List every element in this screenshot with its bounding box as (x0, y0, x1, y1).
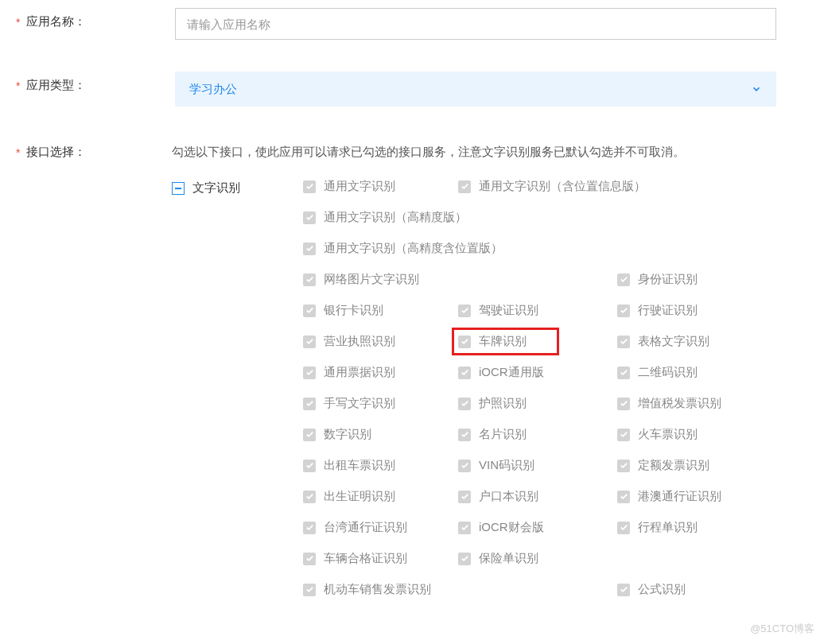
api-label: 通用文字识别 (324, 179, 395, 194)
checkbox-icon[interactable] (458, 522, 471, 534)
checkbox-icon[interactable] (458, 367, 471, 379)
api-label: 通用票据识别 (324, 365, 395, 380)
api-label: iOCR财会版 (479, 520, 544, 535)
app-type-value: 学习办公 (189, 82, 237, 97)
checkbox-icon[interactable] (303, 211, 316, 224)
checkbox-icon[interactable] (617, 336, 630, 348)
api-label: 行程单识别 (638, 520, 698, 535)
checkbox-icon[interactable] (303, 553, 316, 565)
api-label: 台湾通行证识别 (324, 520, 407, 535)
api-label: 车辆合格证识别 (324, 551, 407, 566)
api-label: 行驶证识别 (638, 303, 698, 318)
api-label: 火车票识别 (638, 427, 698, 442)
app-type-label: 应用类型： (26, 78, 86, 93)
api-label: 通用文字识别（含位置信息版） (479, 179, 646, 194)
api-label: 机动车销售发票识别 (324, 582, 431, 597)
api-label: 银行卡识别 (324, 303, 383, 318)
checkbox-icon[interactable] (617, 491, 630, 503)
checkbox-icon[interactable] (458, 180, 471, 193)
checkbox-icon[interactable] (617, 274, 630, 286)
checkbox-icon[interactable] (303, 491, 316, 503)
checkbox-icon[interactable] (303, 274, 316, 286)
chevron-down-icon (751, 83, 762, 95)
api-label: 表格文字识别 (638, 334, 709, 349)
api-label: iOCR通用版 (479, 365, 544, 380)
api-label: 定额发票识别 (638, 458, 709, 473)
checkbox-icon[interactable] (617, 398, 630, 410)
app-name-input[interactable] (175, 8, 776, 40)
api-label: VIN码识别 (479, 458, 534, 473)
api-label: 营业执照识别 (324, 334, 395, 349)
api-select-description: 勾选以下接口，使此应用可以请求已勾选的接口服务，注意文字识别服务已默认勾选并不可… (172, 138, 776, 165)
api-label: 港澳通行证识别 (638, 489, 721, 504)
checkbox-icon[interactable] (617, 305, 630, 317)
required-marker: * (16, 16, 20, 29)
api-label: 车牌识别 (479, 334, 527, 349)
api-label: 通用文字识别（高精度版） (324, 210, 467, 225)
checkbox-icon[interactable] (458, 336, 471, 348)
api-label: 户口本识别 (479, 489, 538, 504)
checkbox-icon[interactable] (458, 305, 471, 317)
api-label: 护照识别 (479, 396, 527, 411)
api-label: 通用文字识别（高精度含位置版） (324, 241, 503, 256)
checkbox-icon[interactable] (617, 429, 630, 441)
api-label: 手写文字识别 (324, 396, 395, 411)
checkbox-icon[interactable] (303, 305, 316, 317)
api-label: 网络图片文字识别 (324, 272, 419, 287)
checkbox-icon[interactable] (617, 367, 630, 379)
checkbox-icon[interactable] (303, 584, 316, 596)
checkbox-icon[interactable] (458, 398, 471, 410)
checkbox-icon[interactable] (303, 242, 316, 255)
api-label: 数字识别 (324, 427, 371, 442)
watermark: @51CTO博客 (750, 622, 814, 636)
collapse-icon[interactable] (172, 182, 185, 195)
api-checkbox-grid: 通用文字识别 通用文字识别（含位置信息版） 通用文字识别（高精度版） 通用文字识… (303, 179, 776, 613)
checkbox-icon[interactable] (617, 584, 630, 596)
api-label: 增值税发票识别 (638, 396, 721, 411)
checkbox-icon[interactable] (458, 553, 471, 565)
app-name-label: 应用名称： (26, 14, 86, 29)
checkbox-icon[interactable] (303, 522, 316, 534)
api-label: 身份证识别 (638, 272, 698, 287)
category-text-recognition: 文字识别 (192, 180, 240, 196)
api-label: 驾驶证识别 (479, 303, 538, 318)
checkbox-icon[interactable] (458, 491, 471, 503)
api-label: 二维码识别 (638, 365, 698, 380)
required-marker: * (16, 146, 20, 159)
checkbox-icon[interactable] (303, 460, 316, 472)
api-label: 出租车票识别 (324, 458, 395, 473)
api-label: 名片识别 (479, 427, 527, 442)
api-label: 公式识别 (638, 582, 686, 597)
checkbox-icon[interactable] (458, 460, 471, 472)
checkbox-icon[interactable] (617, 522, 630, 534)
api-label: 保险单识别 (479, 551, 538, 566)
checkbox-icon[interactable] (458, 429, 471, 441)
api-label: 出生证明识别 (324, 489, 395, 504)
checkbox-icon[interactable] (303, 336, 316, 348)
required-marker: * (16, 80, 20, 92)
checkbox-icon[interactable] (617, 460, 630, 472)
checkbox-icon[interactable] (303, 180, 316, 193)
checkbox-icon[interactable] (303, 429, 316, 441)
highlight-license-plate: 车牌识别 (452, 328, 559, 355)
app-type-select[interactable]: 学习办公 (175, 72, 776, 107)
api-select-label: 接口选择： (26, 145, 86, 160)
checkbox-icon[interactable] (303, 398, 316, 410)
checkbox-icon[interactable] (303, 367, 316, 379)
